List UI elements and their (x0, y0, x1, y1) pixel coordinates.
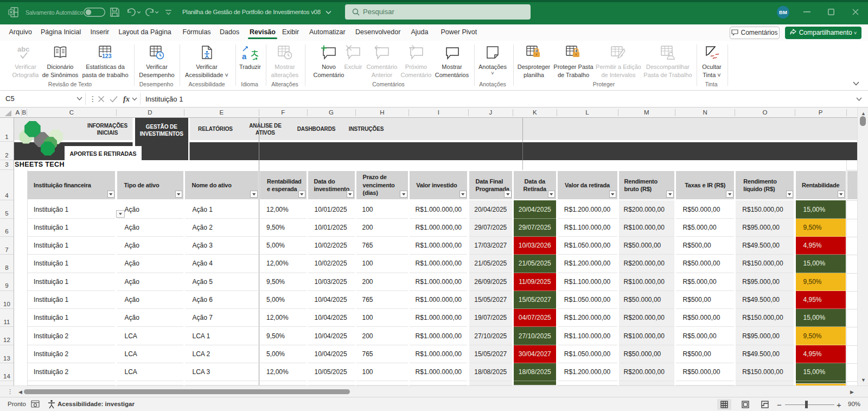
svg-text:a: a (242, 52, 247, 61)
svg-text:123: 123 (102, 53, 112, 59)
svg-text:abc: abc (17, 45, 29, 53)
